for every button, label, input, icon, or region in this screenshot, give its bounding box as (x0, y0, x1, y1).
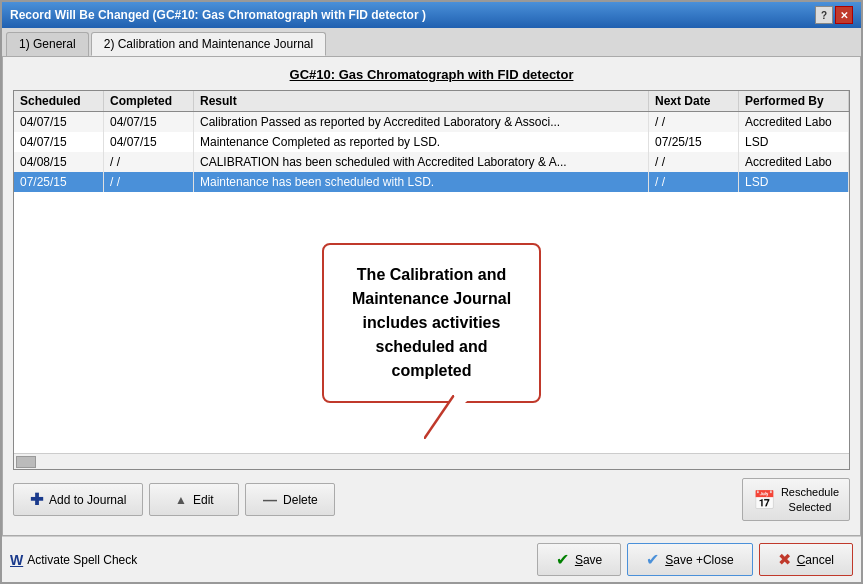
calendar-icon: 📅 (753, 489, 775, 511)
table-row[interactable]: 04/08/15 / / CALIBRATION has been schedu… (14, 152, 849, 172)
window-title: Record Will Be Changed (GC#10: Gas Chrom… (10, 8, 426, 22)
journal-table: Scheduled Completed Result Next Date Per… (13, 90, 850, 470)
svg-line-1 (424, 395, 454, 439)
scrollbar-thumb[interactable] (16, 456, 36, 468)
check-icon: ✔ (556, 550, 569, 569)
help-button[interactable]: ? (815, 6, 833, 24)
save-button[interactable]: ✔ Save (537, 543, 621, 576)
title-controls: ? ✕ (815, 6, 853, 24)
table-row-selected[interactable]: 07/25/15 / / Maintenance has been schedu… (14, 172, 849, 192)
tab-journal[interactable]: 2) Calibration and Maintenance Journal (91, 32, 326, 56)
bottom-action-buttons: ✔ Save ✔ Save +Close ✖ Cancel (537, 543, 853, 576)
col-performed-by: Performed By (739, 91, 849, 111)
table-header: Scheduled Completed Result Next Date Per… (14, 91, 849, 112)
edit-button[interactable]: ▲ Edit (149, 483, 239, 516)
edit-label: Edit (193, 493, 214, 507)
triangle-icon: ▲ (175, 493, 187, 507)
button-bar: ✚ Add to Journal ▲ Edit — Delete 📅 Resch… (13, 470, 850, 525)
reschedule-label: RescheduleSelected (781, 485, 839, 514)
spell-check-label: Activate Spell Check (27, 553, 137, 567)
save-close-label: Save +Close (665, 553, 733, 567)
tab-general[interactable]: 1) General (6, 32, 89, 56)
close-button[interactable]: ✕ (835, 6, 853, 24)
add-to-journal-button[interactable]: ✚ Add to Journal (13, 483, 143, 516)
bottom-bar: W Activate Spell Check ✔ Save ✔ Save +Cl… (2, 536, 861, 582)
plus-icon: ✚ (30, 490, 43, 509)
main-window: Record Will Be Changed (GC#10: Gas Chrom… (0, 0, 863, 584)
callout-tail (424, 395, 474, 439)
left-buttons: ✚ Add to Journal ▲ Edit — Delete (13, 483, 335, 516)
callout-box: The Calibration andMaintenance Journalin… (322, 243, 541, 403)
save-label: Save (575, 553, 602, 567)
table-row[interactable]: 04/07/15 04/07/15 Calibration Passed as … (14, 112, 849, 132)
horizontal-scrollbar[interactable] (14, 453, 849, 469)
col-scheduled: Scheduled (14, 91, 104, 111)
delete-button[interactable]: — Delete (245, 483, 335, 516)
callout-wrapper: The Calibration andMaintenance Journalin… (322, 243, 541, 403)
title-bar: Record Will Be Changed (GC#10: Gas Chrom… (2, 2, 861, 28)
minus-icon: — (263, 492, 277, 508)
col-next-date: Next Date (649, 91, 739, 111)
delete-label: Delete (283, 493, 318, 507)
saveclose-icon: ✔ (646, 550, 659, 569)
main-content: GC#10: Gas Chromatograph with FID detect… (2, 56, 861, 536)
cancel-label: Cancel (797, 553, 834, 567)
cancel-icon: ✖ (778, 550, 791, 569)
col-completed: Completed (104, 91, 194, 111)
callout-text: The Calibration andMaintenance Journalin… (352, 266, 511, 379)
reschedule-button[interactable]: 📅 RescheduleSelected (742, 478, 850, 521)
add-journal-label: Add to Journal (49, 493, 126, 507)
table-row[interactable]: 04/07/15 04/07/15 Maintenance Completed … (14, 132, 849, 152)
tooltip-area: The Calibration andMaintenance Journalin… (14, 192, 849, 453)
tab-bar: 1) General 2) Calibration and Maintenanc… (2, 28, 861, 56)
spell-check-button[interactable]: W Activate Spell Check (10, 552, 137, 568)
page-title: GC#10: Gas Chromatograph with FID detect… (13, 67, 850, 82)
word-icon: W (10, 552, 23, 568)
save-close-button[interactable]: ✔ Save +Close (627, 543, 752, 576)
cancel-button[interactable]: ✖ Cancel (759, 543, 853, 576)
col-result: Result (194, 91, 649, 111)
